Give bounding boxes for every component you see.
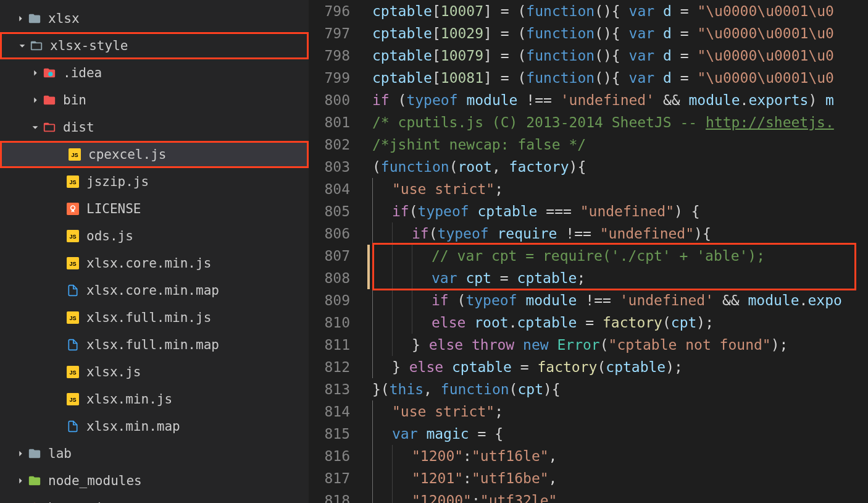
code-line[interactable]: cptable[10081] = (function(){ var d = "\… xyxy=(367,67,868,89)
line-number: 810 xyxy=(309,311,350,334)
file-tree-item[interactable]: xlsx.full.min.map xyxy=(0,331,309,358)
code-line[interactable]: "1201":"utf16be", xyxy=(367,467,868,489)
line-number: 811 xyxy=(309,334,350,356)
line-number: 814 xyxy=(309,400,350,423)
code-line[interactable]: else root.cptable = factory(cpt); xyxy=(367,311,868,334)
file-tree-item[interactable]: JSxlsx.full.min.js xyxy=(0,304,309,331)
folder-red-icon xyxy=(42,93,57,108)
folder-tree-item[interactable]: .idea xyxy=(0,59,309,87)
file-tree-item[interactable]: JSxlsx.min.js xyxy=(0,386,309,413)
tree-item-label: ods.js xyxy=(86,229,133,243)
line-number: 802 xyxy=(309,133,350,156)
line-number: 799 xyxy=(309,67,350,89)
code-line[interactable]: if (typeof module !== 'undefined' && mod… xyxy=(367,289,868,311)
line-number: 798 xyxy=(309,44,350,67)
tree-item-label: jszip.js xyxy=(86,174,149,189)
tree-item-label: xlsx.min.js xyxy=(86,392,172,407)
js-icon: JS xyxy=(65,392,80,407)
line-number: 806 xyxy=(309,222,350,245)
code-line[interactable]: "use strict"; xyxy=(367,178,868,200)
code-line[interactable]: if(typeof require !== "undefined"){ xyxy=(367,222,868,245)
code-line[interactable]: (function(root, factory){ xyxy=(367,156,868,178)
map-icon xyxy=(65,419,80,434)
code-area[interactable]: cptable[10007] = (function(){ var d = "\… xyxy=(367,0,868,503)
editor-scrollbar[interactable] xyxy=(859,0,868,503)
file-tree-item[interactable]: JSods.js xyxy=(0,222,309,250)
line-number: 800 xyxy=(309,89,350,111)
folder-tree-item[interactable]: node_modules xyxy=(0,467,309,494)
svg-text:JS: JS xyxy=(71,152,78,158)
tree-item-label: xlsx.core.min.map xyxy=(86,283,219,298)
file-explorer-sidebar[interactable]: xlsxxlsx-style.ideabindistJScpexcel.jsJS… xyxy=(0,0,309,503)
chevron-right-icon[interactable] xyxy=(15,448,26,459)
code-line[interactable]: var magic = { xyxy=(367,423,868,445)
tree-item-label: bin xyxy=(63,93,86,108)
file-tree-item[interactable]: xlsx.core.min.map xyxy=(0,277,309,304)
folder-tree-item[interactable]: bin xyxy=(0,87,309,114)
tree-item-label: .idea xyxy=(63,66,102,80)
code-line[interactable]: } else cptable = factory(cptable); xyxy=(367,356,868,378)
chevron-right-icon[interactable] xyxy=(15,475,26,486)
js-icon: JS xyxy=(65,310,80,325)
file-tree-item[interactable]: JSxlsx.core.min.js xyxy=(0,250,309,277)
svg-text:JS: JS xyxy=(69,261,76,267)
folder-tree-item[interactable]: xlsx-style xyxy=(0,32,309,59)
folder-icon xyxy=(27,446,42,461)
file-tree-item[interactable]: bower.json xyxy=(0,494,309,503)
line-number: 797 xyxy=(309,22,350,44)
folder-tree-item[interactable]: dist xyxy=(0,114,309,141)
js-icon: JS xyxy=(65,256,80,271)
folder-open-icon xyxy=(29,38,44,53)
code-line[interactable]: } else throw new Error("cptable not foun… xyxy=(367,334,868,356)
file-tree-item[interactable]: JSxlsx.js xyxy=(0,358,309,386)
svg-text:JS: JS xyxy=(69,234,76,240)
file-tree-item[interactable]: LICENSE xyxy=(0,195,309,222)
line-number: 812 xyxy=(309,356,350,378)
cert-icon xyxy=(65,201,80,216)
chevron-right-icon[interactable] xyxy=(30,95,41,106)
file-tree-item[interactable]: JScpexcel.js xyxy=(0,141,309,168)
code-editor[interactable]: 7967977987998008018028038048058068078088… xyxy=(309,0,868,503)
line-number: 805 xyxy=(309,200,350,222)
chevron-right-icon[interactable] xyxy=(15,13,26,24)
code-line[interactable]: cptable[10007] = (function(){ var d = "\… xyxy=(367,0,868,22)
code-line[interactable]: var cpt = cptable; xyxy=(367,267,868,289)
line-number: 796 xyxy=(309,0,350,22)
file-tree-item[interactable]: xlsx.min.map xyxy=(0,413,309,440)
tree-item-label: xlsx.core.min.js xyxy=(86,256,211,271)
line-number: 801 xyxy=(309,111,350,133)
line-number: 817 xyxy=(309,467,350,489)
line-number: 804 xyxy=(309,178,350,200)
line-number: 815 xyxy=(309,423,350,445)
line-number: 803 xyxy=(309,156,350,178)
tree-item-label: xlsx.full.min.js xyxy=(86,310,211,325)
line-number: 818 xyxy=(309,489,350,503)
tree-item-label: xlsx xyxy=(48,11,80,26)
svg-text:JS: JS xyxy=(69,397,76,403)
chevron-right-icon[interactable] xyxy=(30,67,41,78)
folder-tree-item[interactable]: xlsx xyxy=(0,5,309,32)
code-line[interactable]: // var cpt = require('./cpt' + 'able'); xyxy=(367,245,868,267)
chevron-down-icon[interactable] xyxy=(30,122,41,133)
code-line[interactable]: /* cputils.js (C) 2013-2014 SheetJS -- h… xyxy=(367,111,868,133)
folder-tree-item[interactable]: lab xyxy=(0,440,309,467)
tree-item-label: xlsx-style xyxy=(50,38,128,53)
code-line[interactable]: if (typeof module !== 'undefined' && mod… xyxy=(367,89,868,111)
code-line[interactable]: cptable[10029] = (function(){ var d = "\… xyxy=(367,22,868,44)
code-line[interactable]: /*jshint newcap: false */ xyxy=(367,133,868,156)
line-number-gutter: 7967977987998008018028038048058068078088… xyxy=(309,0,367,503)
chevron-down-icon[interactable] xyxy=(17,40,28,51)
code-line[interactable]: "use strict"; xyxy=(367,400,868,423)
tree-item-label: cpexcel.js xyxy=(88,147,166,162)
code-line[interactable]: if(typeof cptable === "undefined") { xyxy=(367,200,868,222)
svg-text:JS: JS xyxy=(69,179,76,185)
folder-red-open-icon xyxy=(42,120,57,135)
code-line[interactable]: cptable[10079] = (function(){ var d = "\… xyxy=(367,44,868,67)
code-line[interactable]: "1200":"utf16le", xyxy=(367,445,868,467)
line-number: 813 xyxy=(309,378,350,400)
code-line[interactable]: "12000":"utf32le". xyxy=(367,489,868,503)
svg-rect-5 xyxy=(67,203,79,215)
code-line[interactable]: }(this, function(cpt){ xyxy=(367,378,868,400)
file-tree-item[interactable]: JSjszip.js xyxy=(0,168,309,195)
tree-item-label: xlsx.min.map xyxy=(86,419,180,434)
